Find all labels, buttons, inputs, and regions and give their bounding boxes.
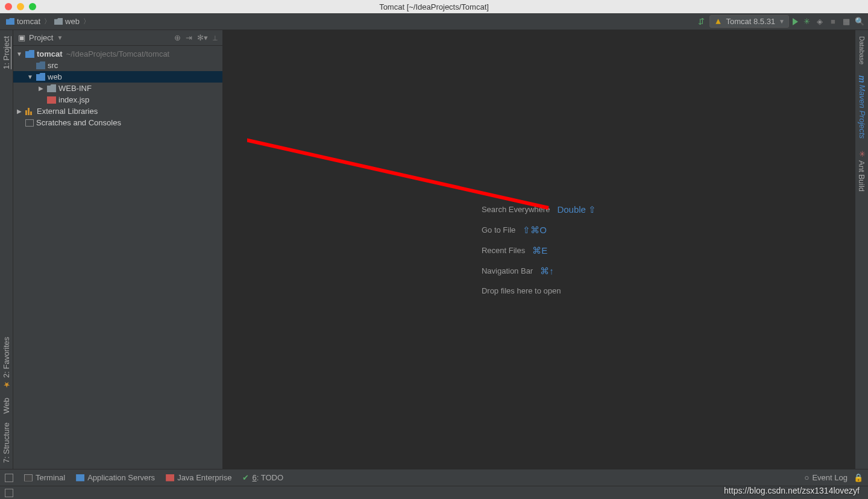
annotation-arrow xyxy=(247,81,561,220)
run-config-selector[interactable]: Tomcat 8.5.31 ▼ xyxy=(709,15,789,28)
status-left: Terminal Application Servers Java Enterp… xyxy=(5,473,283,482)
debug-icon[interactable]: ✳ xyxy=(802,17,811,27)
maximize-icon[interactable] xyxy=(29,3,36,10)
hint-recent-files: Recent Files ⌘E xyxy=(482,245,596,256)
coverage-icon[interactable]: ◈ xyxy=(815,17,825,27)
titlebar: Tomcat [~/IdeaProjects/Tomcat] xyxy=(0,0,868,13)
panel-title[interactable]: ▣ Project ▼ xyxy=(18,33,63,42)
editor-hints: Search Everywhere Double ⇧ Go to File ⇧⌘… xyxy=(482,204,596,295)
tree-root[interactable]: ▼ tomcat ~/IdeaProjects/Tomcat/tomcat xyxy=(13,48,222,60)
folder-icon xyxy=(54,18,63,25)
hint-go-to-file: Go to File ⇧⌘O xyxy=(482,225,596,236)
module-icon xyxy=(6,18,14,25)
hint-drop-files: Drop files here to open xyxy=(482,286,596,295)
chevron-down-icon: ▼ xyxy=(779,18,785,25)
project-tree: ▼ tomcat ~/IdeaProjects/Tomcat/tomcat sr… xyxy=(13,46,222,469)
terminal-icon xyxy=(24,474,33,482)
statusbar: Terminal Application Servers Java Enterp… xyxy=(0,469,868,486)
chevron-down-icon: ▼ xyxy=(57,34,63,41)
toolbar-right: ⇵ Tomcat 8.5.31 ▼ ✳ ◈ ■ ▦ 🔍 xyxy=(696,15,864,28)
breadcrumb: tomcat 〉 web 〉 xyxy=(4,16,90,27)
sidebar-tab-maven[interactable]: m Maven Projects xyxy=(857,75,867,139)
folder-icon xyxy=(47,84,56,92)
window-title: Tomcat [~/IdeaProjects/Tomcat] xyxy=(379,2,489,11)
project-icon: ▣ xyxy=(18,33,25,42)
chevron-down-icon: ▼ xyxy=(27,74,34,80)
minimize-icon[interactable] xyxy=(17,3,24,10)
chevron-right-icon: 〉 xyxy=(44,17,51,26)
scratch-icon xyxy=(25,119,34,127)
hint-search-everywhere: Search Everywhere Double ⇧ xyxy=(482,204,596,215)
chevron-right-icon: 〉 xyxy=(83,17,90,26)
sidebar-tab-structure[interactable]: 7: Structure xyxy=(2,422,11,463)
window-controls xyxy=(5,3,36,10)
chevron-down-icon: ▼ xyxy=(16,51,23,57)
jsp-icon xyxy=(47,96,56,104)
locate-icon[interactable]: ⊕ xyxy=(174,33,181,42)
java-icon xyxy=(166,474,174,482)
sidebar-tab-web[interactable]: Web xyxy=(2,398,11,414)
tree-item-scratches[interactable]: Scratches and Consoles xyxy=(13,117,222,128)
collapse-icon[interactable]: ⇥ xyxy=(186,33,192,42)
tool-window-icon[interactable] xyxy=(5,474,13,482)
sidebar-tab-database[interactable]: Database xyxy=(858,36,866,64)
folder-icon xyxy=(36,61,45,69)
tree-item-indexjsp[interactable]: index.jsp xyxy=(13,94,222,105)
lock-icon[interactable]: 🔒 xyxy=(854,473,863,482)
event-log-icon: ○ xyxy=(805,473,810,482)
library-icon xyxy=(25,108,34,115)
stop-icon[interactable]: ■ xyxy=(828,17,838,27)
close-icon[interactable] xyxy=(5,3,12,10)
status-todo[interactable]: ✔6: TODO xyxy=(242,473,283,482)
tree-item-webinf[interactable]: ▶ WEB-INF xyxy=(13,83,222,94)
chevron-right-icon: ▶ xyxy=(16,108,23,115)
status-right: ○Event Log 🔒 xyxy=(805,473,863,482)
status-event-log[interactable]: ○Event Log xyxy=(805,473,848,482)
folder-icon xyxy=(36,73,45,81)
module-icon xyxy=(25,50,34,58)
layout-icon[interactable]: ▦ xyxy=(841,17,851,27)
status-terminal[interactable]: Terminal xyxy=(24,473,65,482)
breadcrumb-item[interactable]: tomcat xyxy=(4,16,43,27)
tree-item-src[interactable]: src xyxy=(13,60,222,71)
tomcat-icon xyxy=(714,17,722,26)
todo-icon: ✔ xyxy=(242,473,249,482)
sidebar-tab-project[interactable]: 1: Project xyxy=(2,36,11,69)
project-panel: ▣ Project ▼ ⊕ ⇥ ✻▾ ⟂ ▼ tomcat ~/IdeaProj… xyxy=(13,30,223,469)
tool-window-toggle-icon[interactable] xyxy=(5,489,13,497)
chevron-right-icon: ▶ xyxy=(37,85,45,92)
panel-header: ▣ Project ▼ ⊕ ⇥ ✻▾ ⟂ xyxy=(13,30,222,46)
build-icon[interactable]: ⇵ xyxy=(696,17,706,27)
tree-item-external-libraries[interactable]: ▶ External Libraries xyxy=(13,105,222,117)
sidebar-tab-ant[interactable]: ✳ Ant Build xyxy=(857,149,866,192)
search-icon[interactable]: 🔍 xyxy=(855,17,864,27)
status-app-servers[interactable]: Application Servers xyxy=(76,473,155,482)
svg-line-1 xyxy=(247,121,549,208)
status-java-ee[interactable]: Java Enterprise xyxy=(166,473,231,482)
breadcrumb-item[interactable]: web xyxy=(52,16,82,27)
left-gutter: 1: Project ★2: Favorites Web 7: Structur… xyxy=(0,30,13,469)
sidebar-tab-favorites[interactable]: ★2: Favorites xyxy=(2,337,11,389)
star-icon: ★ xyxy=(2,380,11,389)
panel-tools: ⊕ ⇥ ✻▾ ⟂ xyxy=(174,33,218,42)
hide-icon[interactable]: ⟂ xyxy=(213,33,218,42)
editor-area[interactable]: Search Everywhere Double ⇧ Go to File ⇧⌘… xyxy=(223,30,855,469)
server-icon xyxy=(76,474,84,482)
hint-navigation-bar: Navigation Bar ⌘↑ xyxy=(482,266,596,277)
run-icon[interactable] xyxy=(793,18,798,25)
navbar: tomcat 〉 web 〉 ⇵ Tomcat 8.5.31 ▼ ✳ ◈ ■ ▦… xyxy=(0,13,868,30)
watermark: https://blog.csdn.net/zsx1314lovezyf xyxy=(724,486,860,495)
right-gutter: Database m Maven Projects ✳ Ant Build xyxy=(855,30,868,469)
tree-item-web[interactable]: ▼ web xyxy=(13,71,222,83)
gear-icon[interactable]: ✻▾ xyxy=(197,33,208,42)
